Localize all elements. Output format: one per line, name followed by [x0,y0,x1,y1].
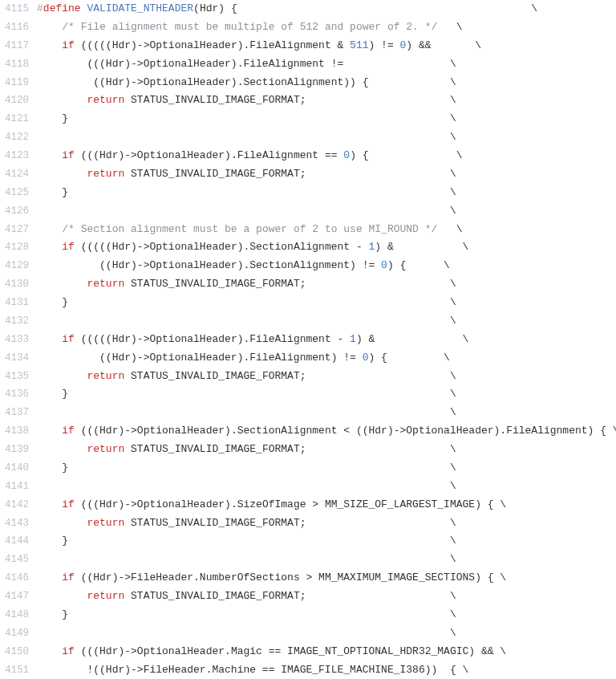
code-line: 4128 if (((((Hdr)->OptionalHeader).Secti… [0,238,616,257]
line-number: 4122 [0,128,35,147]
code-token: \ [37,406,456,418]
code-content[interactable]: \ [35,551,616,569]
code-token: !((Hdr)->FileHeader.Machine == IMAGE_FIL… [37,664,468,676]
code-line: 4132 \ [0,312,616,331]
code-content[interactable]: \ [35,202,616,221]
code-token: ) { \ [369,352,450,364]
code-content[interactable]: } \ [35,110,616,128]
code-line: 4120 return STATUS_INVALID_IMAGE_FORMAT;… [0,91,616,110]
code-content[interactable]: } \ [35,532,616,551]
code-line: 4135 return STATUS_INVALID_IMAGE_FORMAT;… [0,368,616,386]
line-number: 4120 [0,91,35,110]
code-content[interactable]: if (((((Hdr)->OptionalHeader).FileAlignm… [35,331,616,349]
line-number: 4144 [0,532,35,551]
code-content[interactable]: return STATUS_INVALID_IMAGE_FORMAT; \ [35,441,616,459]
code-line: 4142 if (((Hdr)->OptionalHeader).SizeOfI… [0,496,616,514]
code-content[interactable]: /* Section alignment must be a power of … [35,221,616,239]
code-token: return [87,278,124,290]
code-content[interactable]: if (((Hdr)->OptionalHeader).SectionAlign… [35,422,616,441]
code-token: } \ [37,296,456,308]
code-content[interactable]: ((Hdr)->OptionalHeader).FileAlignment) !… [35,349,616,368]
code-content[interactable]: if (((((Hdr)->OptionalHeader).FileAlignm… [35,37,616,55]
code-content[interactable]: if (((Hdr)->OptionalHeader.Magic == IMAG… [35,643,616,661]
code-token [37,278,87,290]
code-line: 4151 !((Hdr)->FileHeader.Machine == IMAG… [0,661,616,680]
code-content[interactable]: \ [35,478,616,496]
code-token [37,223,62,235]
code-content[interactable]: if ((Hdr)->FileHeader.NumberOfSections >… [35,569,616,588]
code-content[interactable]: (((Hdr)->OptionalHeader).FileAlignment !… [35,55,616,74]
code-line: 4130 return STATUS_INVALID_IMAGE_FORMAT;… [0,275,616,294]
code-content[interactable]: \ [35,404,616,422]
code-token [37,443,87,455]
line-number: 4138 [0,422,35,441]
code-content[interactable]: #define VALIDATE_NTHEADER(Hdr) { \ [35,0,616,18]
line-number: 4123 [0,147,35,165]
code-content[interactable]: return STATUS_INVALID_IMAGE_FORMAT; \ [35,165,616,184]
line-number: 4135 [0,368,35,386]
code-token: ) { \ [387,259,450,271]
code-line: 4124 return STATUS_INVALID_IMAGE_FORMAT;… [0,165,616,184]
code-line: 4123 if (((Hdr)->OptionalHeader).FileAli… [0,147,616,165]
code-token [37,498,62,510]
code-token [37,149,62,161]
code-content[interactable]: !((Hdr)->FileHeader.Machine == IMAGE_FIL… [35,661,616,680]
code-content[interactable]: return STATUS_INVALID_IMAGE_FORMAT; \ [35,514,616,533]
code-line: 4133 if (((((Hdr)->OptionalHeader).FileA… [0,331,616,349]
code-token [37,94,87,106]
code-token: return [87,590,124,602]
code-content[interactable]: } \ [35,606,616,624]
code-token: if [62,39,75,51]
code-line: 4143 return STATUS_INVALID_IMAGE_FORMAT;… [0,514,616,533]
code-token [37,571,62,583]
code-content[interactable]: return STATUS_INVALID_IMAGE_FORMAT; \ [35,368,616,386]
line-number: 4121 [0,110,35,128]
code-line: 4125 } \ [0,184,616,202]
code-token: define [43,2,81,14]
code-line: 4139 return STATUS_INVALID_IMAGE_FORMAT;… [0,441,616,459]
code-token: return [87,370,124,382]
code-content[interactable]: } \ [35,294,616,312]
code-token: return [87,443,124,455]
code-content[interactable]: return STATUS_INVALID_IMAGE_FORMAT; \ [35,275,616,294]
code-token [37,425,62,437]
code-line: 4138 if (((Hdr)->OptionalHeader).Section… [0,422,616,441]
code-content[interactable]: if (((Hdr)->OptionalHeader).SizeOfImage … [35,496,616,514]
code-content[interactable]: \ [35,312,616,331]
code-content[interactable]: return STATUS_INVALID_IMAGE_FORMAT; \ [35,91,616,110]
code-content[interactable]: ((Hdr)->OptionalHeader).SectionAlignment… [35,74,616,92]
code-token: return [87,168,124,180]
line-number: 4116 [0,18,35,37]
code-token: \ [37,627,456,639]
code-line: 4131 } \ [0,294,616,312]
code-content[interactable]: } \ [35,459,616,478]
code-token: ) & \ [356,333,468,345]
code-line: 4118 (((Hdr)->OptionalHeader).FileAlignm… [0,55,616,74]
code-token: 511 [350,39,368,51]
line-number: 4118 [0,55,35,74]
code-token: STATUS_INVALID_IMAGE_FORMAT; \ [124,168,456,180]
code-content[interactable]: } \ [35,385,616,404]
code-token: Hdr [200,2,218,14]
code-line: 4150 if (((Hdr)->OptionalHeader.Magic ==… [0,643,616,661]
code-content[interactable]: \ [35,128,616,147]
code-content[interactable]: if (((Hdr)->OptionalHeader).FileAlignmen… [35,147,616,165]
code-token: \ [37,553,456,565]
code-content[interactable]: \ [35,624,616,643]
code-content[interactable]: ((Hdr)->OptionalHeader).SectionAlignment… [35,257,616,275]
code-token: ) & \ [375,241,468,253]
code-token: \ [437,21,462,33]
code-content[interactable]: } \ [35,184,616,202]
code-token [37,168,87,180]
line-number: 4139 [0,441,35,459]
code-content[interactable]: /* File alignment must be multiple of 51… [35,18,616,37]
code-content[interactable]: if (((((Hdr)->OptionalHeader).SectionAli… [35,238,616,257]
code-token: } \ [37,388,456,400]
code-token [37,21,62,33]
code-token: (((((Hdr)->OptionalHeader).FileAlignment… [75,333,350,345]
code-token: (((Hdr)->OptionalHeader).FileAlignment !… [37,58,456,70]
code-content[interactable]: return STATUS_INVALID_IMAGE_FORMAT; \ [35,588,616,606]
code-token [37,517,87,529]
code-token: ((Hdr)->OptionalHeader).FileAlignment) !… [37,352,363,364]
code-token: if [62,571,75,583]
